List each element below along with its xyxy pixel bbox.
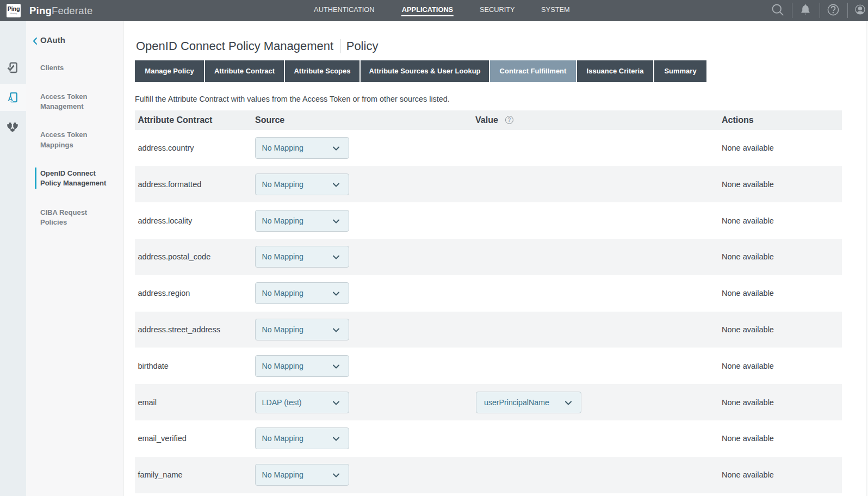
svg-text:A: A bbox=[8, 95, 13, 103]
